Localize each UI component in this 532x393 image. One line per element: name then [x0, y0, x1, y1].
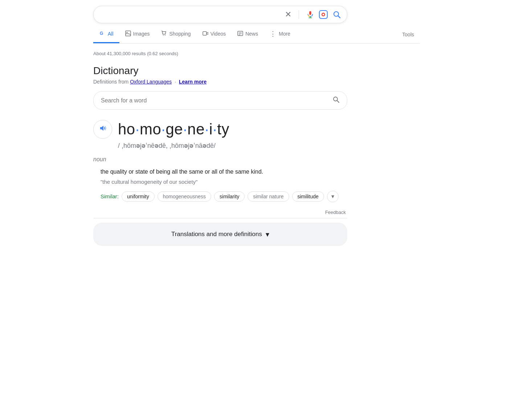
similar-tag-similar-nature[interactable]: similar nature — [247, 191, 289, 202]
tab-shopping-label: Shopping — [169, 31, 191, 37]
tab-more-label: More — [279, 31, 290, 37]
svg-marker-21 — [100, 126, 103, 131]
translations-chevron-icon: ▾ — [266, 230, 269, 239]
all-google-icon: G — [99, 30, 106, 38]
similar-row: Similar: uniformity homogeneousness simi… — [101, 191, 347, 202]
part-of-speech: noun — [93, 156, 347, 163]
dictionary-section: Dictionary Definitions from Oxford Langu… — [93, 65, 347, 246]
similar-label: Similar: — [101, 193, 119, 199]
speaker-button[interactable] — [93, 120, 112, 139]
svg-rect-10 — [126, 31, 131, 36]
clear-icon[interactable]: ✕ — [285, 10, 291, 19]
learn-more-link[interactable]: Learn more — [179, 79, 206, 85]
svg-line-7 — [338, 16, 340, 18]
similar-tag-similitude[interactable]: similitude — [292, 191, 324, 202]
word-text: ho·mo·ge·ne·i·ty — [118, 121, 229, 138]
section-divider — [93, 218, 347, 218]
word-header: ho·mo·ge·ne·i·ty — [93, 120, 347, 139]
svg-point-12 — [163, 35, 164, 36]
chevron-down-icon: ▾ — [331, 193, 334, 200]
translations-button[interactable]: Translations and more definitions ▾ — [93, 223, 347, 246]
mic-icon — [306, 11, 314, 19]
definition-text: the quality or state of being all the sa… — [101, 167, 347, 177]
lens-button[interactable] — [319, 10, 328, 19]
pronunciation: / ˌhōməjəˈnēədē, ˌhōməjəˈnāədē/ — [118, 142, 347, 150]
speaker-icon — [99, 124, 107, 134]
tab-news[interactable]: News — [232, 25, 264, 43]
definition-example: "the cultural homogeneity of our society… — [101, 179, 347, 185]
tab-shopping[interactable]: Shopping — [155, 25, 196, 43]
feedback-row: Feedback — [93, 210, 346, 215]
svg-rect-0 — [309, 11, 311, 15]
svg-point-5 — [323, 14, 324, 16]
shopping-icon — [161, 31, 167, 37]
search-bar: define: homogeneity ✕ — [93, 6, 347, 23]
word-search-icon — [332, 96, 340, 105]
similar-tag-uniformity[interactable]: uniformity — [122, 191, 155, 202]
expand-similar-button[interactable]: ▾ — [327, 191, 339, 202]
results-count: About 41,300,000 results (0.62 seconds) — [93, 51, 439, 56]
svg-text:G: G — [100, 31, 103, 36]
tab-images-label: Images — [133, 31, 150, 37]
videos-icon — [202, 31, 208, 37]
search-input[interactable]: define: homogeneity — [99, 11, 285, 19]
mic-button[interactable] — [306, 11, 314, 19]
similar-tag-homogeneousness[interactable]: homogeneousness — [157, 191, 211, 202]
tab-all[interactable]: G All — [93, 25, 119, 43]
svg-point-13 — [165, 35, 165, 36]
word-search-input[interactable] — [101, 97, 332, 104]
tools-button[interactable]: Tools — [396, 27, 420, 42]
svg-line-20 — [337, 101, 339, 102]
source-text: Definitions from — [93, 79, 128, 85]
svg-rect-14 — [203, 32, 206, 35]
search-button[interactable] — [332, 10, 341, 19]
tab-more[interactable]: ⋮ More — [264, 25, 296, 43]
lens-icon — [319, 10, 328, 19]
oxford-link[interactable]: Oxford Languages — [130, 79, 172, 85]
translations-label: Translations and more definitions — [171, 231, 262, 238]
news-icon — [237, 31, 243, 37]
more-dots-icon: ⋮ — [270, 30, 277, 38]
tab-videos[interactable]: Videos — [197, 25, 232, 43]
tab-images[interactable]: Images — [119, 25, 156, 43]
tab-videos-label: Videos — [210, 31, 226, 37]
nav-tabs: G All Images — [93, 25, 420, 44]
images-icon — [125, 31, 131, 37]
search-bar-section: define: homogeneity ✕ — [93, 0, 439, 23]
word-search-box — [93, 91, 347, 110]
similar-tag-similarity[interactable]: similarity — [214, 191, 245, 202]
search-divider — [299, 10, 299, 19]
search-icon — [332, 10, 341, 19]
dictionary-title: Dictionary — [93, 65, 347, 77]
dot-separator: · — [175, 79, 176, 85]
definitions-from: Definitions from Oxford Languages · Lear… — [93, 79, 347, 85]
tab-all-label: All — [108, 31, 114, 37]
search-bar-icons: ✕ — [285, 10, 341, 19]
feedback-link[interactable]: Feedback — [325, 210, 346, 215]
tab-news-label: News — [245, 31, 258, 37]
